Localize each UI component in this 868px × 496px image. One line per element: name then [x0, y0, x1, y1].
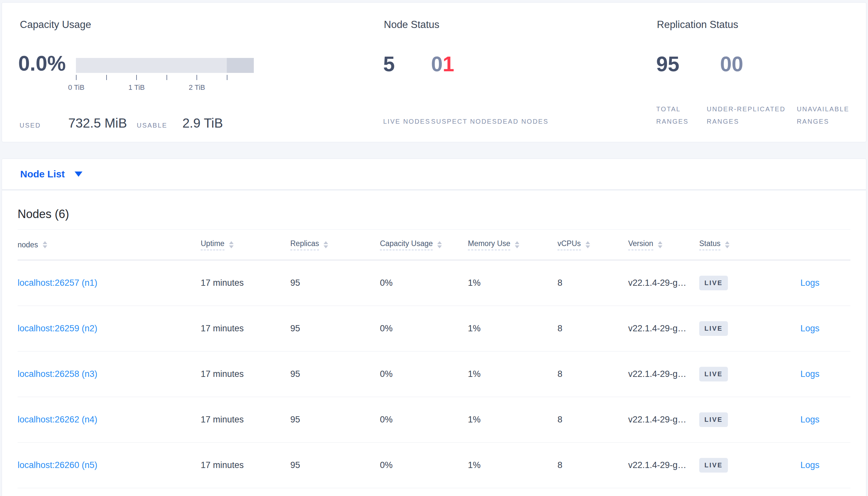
memory-cell: 1% [468, 278, 557, 288]
status-badge: LIVE [699, 321, 728, 336]
capacity-usage-bar [76, 58, 254, 73]
replication-status-count: 0 [732, 52, 744, 76]
vcpus-cell: 8 [557, 369, 628, 379]
uptime-cell: 17 minutes [201, 460, 290, 470]
column-header-replicas[interactable]: Replicas [290, 239, 380, 250]
capacity-cell: 0% [380, 324, 468, 334]
memory-cell: 1% [468, 460, 557, 470]
node-status-count: 1 [443, 52, 454, 76]
column-header-memory-use[interactable]: Memory Use [468, 239, 557, 250]
capacity-cell: 0% [380, 415, 468, 425]
column-header-status[interactable]: Status [699, 239, 777, 250]
node-status-label: DEAD NODES [497, 118, 548, 125]
sort-icon [725, 241, 730, 248]
nodes-panel: Nodes (6) nodes Uptime Replicas Capacity… [2, 190, 866, 496]
uptime-cell: 17 minutes [201, 369, 290, 379]
axis-tick [136, 75, 137, 80]
capacity-bar-reserved-segment [227, 58, 254, 73]
sort-icon [229, 241, 234, 248]
nodes-heading: Nodes (6) [18, 207, 850, 221]
uptime-cell: 17 minutes [201, 324, 290, 334]
table-row: localhost:26262 (n4) 17 minutes 95 0% 1%… [18, 397, 850, 443]
status-badge: LIVE [699, 276, 728, 290]
replication-status-labels: TOTAL RANGES UNDER-REPLICATED RANGES UNA… [656, 103, 866, 128]
logs-link[interactable]: Logs [800, 460, 820, 470]
capacity-used-percent: 0.0% [18, 51, 66, 76]
column-header-vcpus[interactable]: vCPUs [557, 239, 628, 250]
table-row: localhost:26258 (n3) 17 minutes 95 0% 1%… [18, 352, 850, 397]
axis-tick [76, 75, 77, 80]
column-header-version[interactable]: Version [628, 239, 699, 250]
replication-status-label: TOTAL RANGES [656, 106, 688, 125]
view-selector-bar: Node List [2, 158, 866, 190]
version-cell: v22.1.4-29-g… [628, 369, 699, 379]
sort-icon [515, 241, 519, 248]
sort-icon [43, 241, 47, 248]
logs-link[interactable]: Logs [800, 278, 820, 288]
status-badge: LIVE [699, 367, 728, 382]
node-address-link[interactable]: localhost:26258 (n3) [18, 369, 98, 379]
node-status-values: 5 0 1 [383, 52, 454, 76]
sort-icon [437, 241, 442, 248]
axis-tick-label: 1 TiB [129, 83, 145, 92]
logs-link[interactable]: Logs [800, 415, 820, 424]
version-cell: v22.1.4-29-g… [628, 324, 699, 334]
node-list-dropdown[interactable]: Node List [20, 169, 65, 180]
used-value: 732.5 MiB [69, 116, 127, 130]
usable-value: 2.9 TiB [182, 116, 223, 130]
replication-status-count: 95 [656, 52, 679, 76]
replication-status-values: 95 0 0 [656, 52, 743, 76]
logs-link[interactable]: Logs [800, 324, 820, 333]
version-cell: v22.1.4-29-g… [628, 460, 699, 470]
nodes-table-body: localhost:26257 (n1) 17 minutes 95 0% 1%… [18, 260, 850, 488]
status-badge: LIVE [699, 412, 728, 427]
capacity-usage-title: Capacity Usage [20, 19, 91, 31]
cluster-summary-card: Capacity Usage 0.0% 0 TiB 1 TiB 2 TiB US… [2, 2, 866, 142]
capacity-cell: 0% [380, 278, 468, 288]
replicas-cell: 95 [290, 415, 380, 425]
version-cell: v22.1.4-29-g… [628, 278, 699, 288]
node-address-link[interactable]: localhost:26257 (n1) [18, 278, 98, 288]
node-status-count: 5 [383, 52, 395, 76]
vcpus-cell: 8 [557, 460, 628, 470]
node-address-link[interactable]: localhost:26260 (n5) [18, 460, 98, 470]
used-label: USED [19, 122, 41, 129]
capacity-bar-axis: 0 TiB 1 TiB 2 TiB [76, 75, 254, 94]
capacity-cell: 0% [380, 369, 468, 379]
replication-status-label: UNDER-REPLICATED RANGES [707, 106, 785, 125]
memory-cell: 1% [468, 415, 557, 425]
table-row: localhost:26260 (n5) 17 minutes 95 0% 1%… [18, 443, 850, 488]
replication-status-count: 0 [720, 52, 732, 76]
logs-link[interactable]: Logs [800, 369, 820, 379]
capacity-cell: 0% [380, 460, 468, 470]
node-status-label: LIVE NODES [383, 118, 430, 125]
column-header-uptime[interactable]: Uptime [201, 239, 290, 250]
replicas-cell: 95 [290, 324, 380, 334]
axis-tick [196, 75, 197, 80]
version-cell: v22.1.4-29-g… [628, 415, 699, 425]
replication-status-title: Replication Status [657, 19, 738, 31]
sort-icon [324, 241, 328, 248]
column-header-nodes[interactable]: nodes [18, 241, 201, 249]
memory-cell: 1% [468, 369, 557, 379]
replication-status-label: UNAVAILABLE RANGES [797, 106, 849, 125]
axis-tick [166, 75, 167, 80]
chevron-down-icon[interactable] [75, 171, 83, 177]
sort-icon [658, 241, 662, 248]
axis-tick-label: 0 TiB [68, 83, 85, 92]
table-row: localhost:26259 (n2) 17 minutes 95 0% 1%… [18, 306, 850, 352]
replicas-cell: 95 [290, 278, 380, 288]
node-address-link[interactable]: localhost:26262 (n4) [18, 415, 98, 424]
axis-tick [106, 75, 107, 80]
capacity-stats: USED 732.5 MiB USABLE 2.9 TiB [19, 116, 223, 130]
axis-tick-label: 2 TiB [189, 83, 205, 92]
node-status-label: SUSPECT NODES [431, 118, 497, 125]
column-header-capacity-usage[interactable]: Capacity Usage [380, 239, 468, 250]
table-row: localhost:26257 (n1) 17 minutes 95 0% 1%… [18, 260, 850, 306]
vcpus-cell: 8 [557, 415, 628, 425]
vcpus-cell: 8 [557, 278, 628, 288]
nodes-table-header: nodes Uptime Replicas Capacity Usage Mem… [18, 230, 850, 260]
replicas-cell: 95 [290, 369, 380, 379]
node-address-link[interactable]: localhost:26259 (n2) [18, 324, 98, 333]
axis-tick [227, 75, 227, 80]
